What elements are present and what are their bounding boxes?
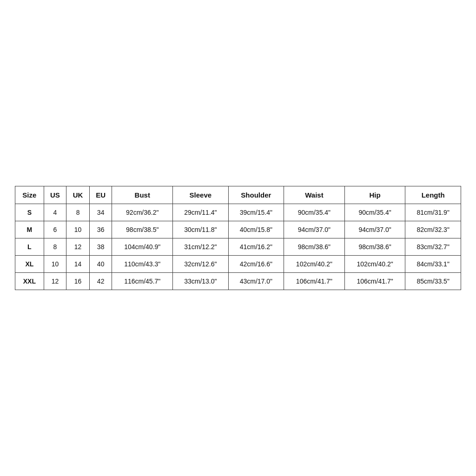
cell-size-row3: XL — [15, 256, 44, 273]
cell-us-row1: 6 — [44, 221, 66, 238]
cell-uk-row2: 12 — [66, 238, 90, 256]
cell-bust-row0: 92cm/36.2" — [112, 204, 173, 221]
cell-size-row0: S — [15, 204, 44, 221]
cell-us-row3: 10 — [44, 256, 66, 273]
table-row: L81238104cm/40.9"31cm/12.2"41cm/16.2"98c… — [15, 238, 461, 256]
cell-uk-row3: 14 — [66, 256, 90, 273]
cell-length-row1: 82cm/32.3" — [405, 221, 461, 238]
cell-hip-row1: 94cm/37.0" — [344, 221, 405, 238]
cell-us-row2: 8 — [44, 238, 66, 256]
cell-sleeve-row3: 32cm/12.6" — [173, 256, 229, 273]
cell-eu-row3: 40 — [89, 256, 112, 273]
header-us: US — [44, 186, 66, 204]
header-size: Size — [15, 186, 44, 204]
table-row: S483492cm/36.2"29cm/11.4"39cm/15.4"90cm/… — [15, 204, 461, 221]
cell-hip-row0: 90cm/35.4" — [344, 204, 405, 221]
cell-waist-row1: 94cm/37.0" — [284, 221, 345, 238]
table-row: XL101440110cm/43.3"32cm/12.6"42cm/16.6"1… — [15, 256, 461, 273]
cell-eu-row1: 36 — [89, 221, 112, 238]
header-sleeve: Sleeve — [173, 186, 229, 204]
cell-shoulder-row4: 43cm/17.0" — [228, 273, 284, 290]
cell-us-row4: 12 — [44, 273, 66, 290]
cell-eu-row4: 42 — [89, 273, 112, 290]
header-shoulder: Shoulder — [228, 186, 284, 204]
cell-waist-row2: 98cm/38.6" — [284, 238, 345, 256]
cell-size-row4: XXL — [15, 273, 44, 290]
table-row: M6103698cm/38.5"30cm/11.8"40cm/15.8"94cm… — [15, 221, 461, 238]
cell-shoulder-row0: 39cm/15.4" — [228, 204, 284, 221]
header-bust: Bust — [112, 186, 173, 204]
cell-bust-row1: 98cm/38.5" — [112, 221, 173, 238]
cell-shoulder-row1: 40cm/15.8" — [228, 221, 284, 238]
cell-bust-row2: 104cm/40.9" — [112, 238, 173, 256]
cell-length-row0: 81cm/31.9" — [405, 204, 461, 221]
cell-hip-row3: 102cm/40.2" — [344, 256, 405, 273]
cell-length-row4: 85cm/33.5" — [405, 273, 461, 290]
cell-size-row1: M — [15, 221, 44, 238]
cell-length-row3: 84cm/33.1" — [405, 256, 461, 273]
cell-bust-row3: 110cm/43.3" — [112, 256, 173, 273]
size-chart-container: Size US UK EU Bust Sleeve Shoulder Waist… — [15, 186, 461, 290]
cell-shoulder-row3: 42cm/16.6" — [228, 256, 284, 273]
cell-sleeve-row2: 31cm/12.2" — [173, 238, 229, 256]
page-wrapper: Size US UK EU Bust Sleeve Shoulder Waist… — [0, 0, 476, 476]
header-eu: EU — [89, 186, 112, 204]
cell-eu-row0: 34 — [89, 204, 112, 221]
size-chart-table: Size US UK EU Bust Sleeve Shoulder Waist… — [15, 186, 461, 290]
header-hip: Hip — [344, 186, 405, 204]
cell-eu-row2: 38 — [89, 238, 112, 256]
cell-shoulder-row2: 41cm/16.2" — [228, 238, 284, 256]
cell-waist-row0: 90cm/35.4" — [284, 204, 345, 221]
header-waist: Waist — [284, 186, 345, 204]
cell-sleeve-row1: 30cm/11.8" — [173, 221, 229, 238]
table-row: XXL121642116cm/45.7"33cm/13.0"43cm/17.0"… — [15, 273, 461, 290]
header-uk: UK — [66, 186, 90, 204]
cell-us-row0: 4 — [44, 204, 66, 221]
cell-hip-row2: 98cm/38.6" — [344, 238, 405, 256]
cell-length-row2: 83cm/32.7" — [405, 238, 461, 256]
cell-sleeve-row0: 29cm/11.4" — [173, 204, 229, 221]
cell-bust-row4: 116cm/45.7" — [112, 273, 173, 290]
cell-uk-row0: 8 — [66, 204, 90, 221]
cell-waist-row4: 106cm/41.7" — [284, 273, 345, 290]
cell-size-row2: L — [15, 238, 44, 256]
cell-waist-row3: 102cm/40.2" — [284, 256, 345, 273]
table-header-row: Size US UK EU Bust Sleeve Shoulder Waist… — [15, 186, 461, 204]
cell-uk-row4: 16 — [66, 273, 90, 290]
cell-uk-row1: 10 — [66, 221, 90, 238]
cell-sleeve-row4: 33cm/13.0" — [173, 273, 229, 290]
header-length: Length — [405, 186, 461, 204]
cell-hip-row4: 106cm/41.7" — [344, 273, 405, 290]
